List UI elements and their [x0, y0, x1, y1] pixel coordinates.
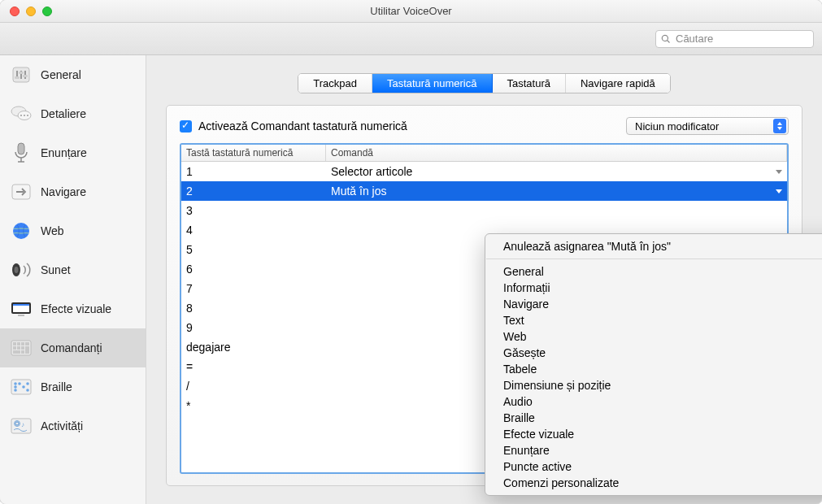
cell-key: 6: [181, 263, 326, 276]
menu-item-web[interactable]: Web: [485, 328, 822, 345]
table-header: Tastă tastatură numerică Comandă: [181, 145, 787, 162]
checkbox-input[interactable]: [180, 120, 192, 133]
modifier-select[interactable]: Niciun modificator: [626, 117, 789, 135]
sidebar-item-label: Comandanți: [41, 341, 102, 354]
tab-numeric-keypad[interactable]: Tastatură numerică: [372, 74, 493, 93]
window-title: Utilitar VoiceOver: [0, 5, 822, 17]
speech-bubble-icon: [10, 102, 33, 125]
cell-key: 1: [181, 165, 326, 178]
cell-command[interactable]: Selector articole: [326, 165, 787, 178]
cell-key: degajare: [181, 341, 326, 354]
chevron-down-icon: [776, 170, 782, 174]
stepper-arrows-icon: [773, 119, 786, 133]
sidebar-item-verbosity[interactable]: Detaliere: [0, 94, 146, 133]
cell-key: 9: [181, 321, 326, 334]
sidebar-item-label: Sunet: [41, 263, 71, 276]
sidebar-item-navigation[interactable]: Navigare: [0, 172, 146, 211]
svg-point-18: [15, 267, 19, 273]
sidebar-item-web[interactable]: Web: [0, 211, 146, 250]
enable-commander-checkbox[interactable]: Activează Comandant tastatură numerică: [180, 119, 407, 133]
content-pane: Trackpad Tastatură numerică Tastatură Na…: [146, 55, 822, 504]
svg-rect-29: [17, 346, 20, 350]
svg-rect-28: [13, 346, 16, 350]
table-row[interactable]: 2 Mută în jos: [181, 181, 787, 201]
menu-item-information[interactable]: Informații: [485, 280, 822, 296]
svg-point-36: [14, 385, 17, 389]
svg-point-10: [24, 115, 25, 116]
menu-item-find[interactable]: Găsește: [485, 345, 822, 361]
column-header-command[interactable]: Comandă: [326, 145, 787, 161]
svg-rect-32: [13, 350, 20, 354]
svg-rect-4: [15, 76, 20, 79]
svg-rect-21: [13, 304, 29, 306]
menu-item-speech[interactable]: Enunțare: [485, 442, 822, 458]
svg-point-16: [13, 223, 29, 239]
table-row[interactable]: 3: [181, 201, 787, 220]
menu-item-unassign[interactable]: Anulează asignarea "Mută în jos": [485, 238, 822, 254]
tab-quick-nav[interactable]: Navigare rapidă: [566, 74, 670, 93]
svg-point-41: [26, 389, 29, 392]
sidebar-item-activities[interactable]: ♪ Activități: [0, 406, 146, 445]
modifier-value: Niciun modificator: [635, 120, 719, 133]
column-header-key[interactable]: Tastă tastatură numerică: [181, 145, 326, 161]
cell-command[interactable]: Mută în jos: [326, 185, 787, 198]
cell-key: 2: [181, 185, 326, 198]
svg-point-35: [14, 382, 17, 385]
tab-keyboard[interactable]: Tastatură: [493, 74, 566, 93]
zoom-button[interactable]: [42, 7, 52, 16]
sidebar-item-label: General: [41, 68, 81, 81]
globe-icon: [10, 219, 33, 242]
menu-item-braille[interactable]: Braille: [485, 410, 822, 426]
cell-key: 8: [181, 302, 326, 315]
sidebar-item-general[interactable]: General: [0, 55, 146, 94]
minimize-button[interactable]: [26, 7, 36, 16]
menu-item-visual-effects[interactable]: Efecte vizuale: [485, 426, 822, 442]
menu-item-tables[interactable]: Tabele: [485, 361, 822, 377]
svg-rect-22: [18, 315, 24, 316]
menu-item-navigation[interactable]: Navigare: [485, 296, 822, 312]
search-placeholder: Căutare: [676, 33, 713, 45]
window-body: General Detaliere Enunțare Navigare Web …: [0, 55, 822, 504]
sidebar-item-label: Navigare: [41, 185, 86, 198]
sidebar-item-braille[interactable]: Braille: [0, 367, 146, 406]
arrow-square-icon: [10, 180, 33, 203]
cell-key: *: [181, 399, 326, 412]
svg-rect-30: [21, 346, 24, 350]
menu-item-text[interactable]: Text: [485, 312, 822, 328]
sidebar-item-sound[interactable]: Sunet: [0, 250, 146, 289]
svg-text:♪: ♪: [21, 421, 24, 428]
checkbox-label: Activează Comandant tastatură numerică: [198, 119, 407, 133]
sidebar-item-label: Braille: [41, 380, 72, 393]
table-row[interactable]: 1 Selector articole: [181, 162, 787, 181]
menu-item-hotspots[interactable]: Puncte active: [485, 458, 822, 475]
sidebar-item-label: Enunțare: [41, 146, 87, 159]
menu-item-size-position[interactable]: Dimensiune și poziție: [485, 377, 822, 393]
svg-point-39: [22, 385, 25, 389]
command-context-menu[interactable]: Anulează asignarea "Mută în jos" General…: [485, 233, 822, 496]
close-button[interactable]: [10, 7, 20, 16]
search-icon: [661, 34, 671, 44]
svg-rect-31: [25, 346, 29, 354]
sidebar-item-speech[interactable]: Enunțare: [0, 133, 146, 172]
slider-icon: [10, 63, 33, 86]
activities-icon: ♪: [10, 415, 33, 437]
menu-item-general[interactable]: General: [485, 263, 822, 280]
keypad-icon: [10, 337, 33, 359]
sidebar-item-label: Efecte vizuale: [41, 302, 111, 315]
panel-top-row: Activează Comandant tastatură numerică N…: [180, 117, 789, 135]
cell-key: 7: [181, 282, 326, 295]
sidebar: General Detaliere Enunțare Navigare Web …: [0, 55, 146, 504]
sidebar-item-commanders[interactable]: Comandanți: [0, 328, 146, 367]
tab-trackpad[interactable]: Trackpad: [298, 74, 372, 93]
sidebar-item-label: Detaliere: [41, 107, 86, 120]
menu-separator: [486, 259, 822, 259]
search-input[interactable]: Căutare: [655, 30, 814, 48]
menu-item-custom-commands[interactable]: Comenzi personalizate: [485, 475, 822, 491]
svg-point-40: [26, 382, 29, 385]
svg-rect-5: [19, 72, 24, 74]
menu-item-audio[interactable]: Audio: [485, 393, 822, 410]
svg-rect-27: [25, 342, 29, 345]
sidebar-item-visuals[interactable]: Efecte vizuale: [0, 289, 146, 328]
microphone-icon: [10, 141, 33, 164]
svg-rect-33: [21, 350, 24, 354]
